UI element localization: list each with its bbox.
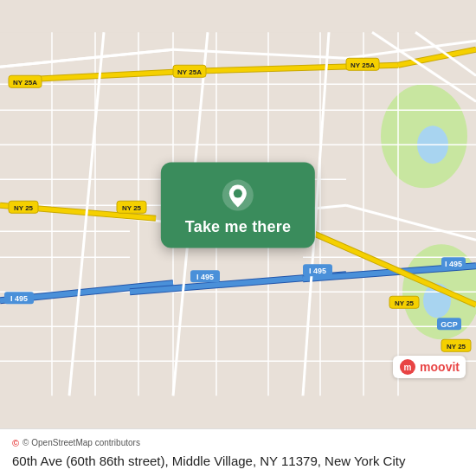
- svg-text:m: m: [404, 363, 412, 372]
- take-me-there-card[interactable]: Take me there: [161, 163, 315, 248]
- app: NY 25A NY 25A NY 25A NY 25 NY 25 NY 25 N…: [0, 0, 476, 476]
- moovit-logo-text: moovit: [420, 360, 460, 374]
- address-text: 60th Ave (60th 86th street), Middle Vill…: [12, 453, 464, 470]
- bottom-bar: © © OpenStreetMap contributors 60th Ave …: [0, 428, 476, 477]
- svg-text:NY 25A: NY 25A: [351, 61, 375, 69]
- attribution-text: © OpenStreetMap contributors: [23, 438, 140, 447]
- moovit-icon: m: [399, 358, 416, 376]
- svg-text:NY 25: NY 25: [14, 204, 34, 212]
- svg-text:NY 25: NY 25: [395, 299, 415, 307]
- svg-text:NY 25A: NY 25A: [177, 68, 202, 76]
- take-me-there-button[interactable]: Take me there: [185, 218, 291, 236]
- svg-text:I 495: I 495: [196, 273, 214, 281]
- button-overlay: Take me there: [161, 163, 315, 248]
- svg-text:I 495: I 495: [10, 294, 28, 303]
- svg-text:NY 25A: NY 25A: [13, 79, 37, 87]
- svg-text:GCP: GCP: [441, 320, 458, 329]
- svg-text:I 495: I 495: [309, 267, 326, 275]
- moovit-logo-area: m moovit: [393, 356, 466, 378]
- attribution-row: © © OpenStreetMap contributors: [12, 438, 464, 448]
- svg-text:I 495: I 495: [445, 260, 462, 268]
- location-pin-icon: [221, 178, 255, 213]
- svg-text:NY 25: NY 25: [122, 204, 142, 212]
- svg-text:NY 25: NY 25: [447, 343, 466, 351]
- map-area: NY 25A NY 25A NY 25A NY 25 NY 25 NY 25 N…: [0, 0, 476, 428]
- osm-logo: ©: [12, 438, 19, 448]
- svg-point-79: [234, 190, 242, 198]
